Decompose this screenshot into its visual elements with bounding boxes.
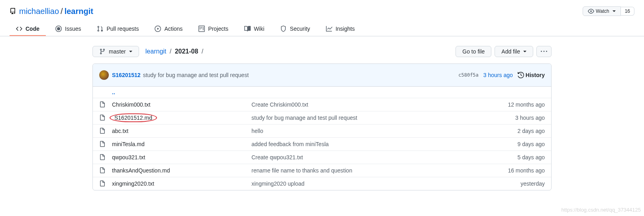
file-list-box: S16201512 study for bug manage and test … bbox=[92, 63, 552, 190]
file-row: xingming2020.txtxingming2020 uploadyeste… bbox=[93, 177, 551, 190]
tab-security-label: Security bbox=[290, 26, 310, 32]
caret-down-icon bbox=[523, 51, 526, 52]
parent-directory-row[interactable]: .. bbox=[93, 87, 551, 98]
file-icon bbox=[99, 115, 106, 121]
git-branch-icon bbox=[99, 48, 106, 55]
file-name-link[interactable]: abc.txt bbox=[112, 128, 128, 134]
watch-button[interactable]: Watch bbox=[583, 6, 621, 16]
file-row: abc.txthello2 days ago bbox=[93, 125, 551, 138]
file-age: yesterday bbox=[520, 180, 545, 187]
graph-icon bbox=[326, 26, 332, 32]
tab-issues[interactable]: Issues bbox=[49, 22, 87, 36]
repo-path-separator: / bbox=[61, 7, 63, 16]
tab-security[interactable]: Security bbox=[274, 22, 316, 36]
add-file-button[interactable]: Add file bbox=[495, 46, 533, 57]
breadcrumb-current: 2021-08 bbox=[175, 48, 198, 55]
tab-projects[interactable]: Projects bbox=[192, 22, 235, 36]
breadcrumb-sep: / bbox=[170, 48, 171, 55]
file-row: miniTesla.mdadded feedback from miniTesl… bbox=[93, 138, 551, 151]
file-icon bbox=[99, 101, 106, 108]
wiki-icon bbox=[244, 26, 251, 32]
file-name-link[interactable]: qwpou321.txt bbox=[112, 154, 145, 161]
file-icon bbox=[99, 128, 106, 134]
file-row: qwpou321.txtCreate qwpou321.txt5 days ag… bbox=[93, 151, 551, 164]
file-icon bbox=[99, 180, 106, 187]
breadcrumb-root[interactable]: learngit bbox=[145, 48, 166, 55]
shield-icon bbox=[280, 26, 287, 32]
file-name-link[interactable]: xingming2020.txt bbox=[112, 180, 154, 187]
file-row: thanksAndQuestion.mdrename file name to … bbox=[93, 164, 551, 177]
tab-actions[interactable]: Actions bbox=[148, 22, 189, 36]
commit-age[interactable]: 3 hours ago bbox=[483, 72, 513, 78]
last-commit-header: S16201512 study for bug manage and test … bbox=[93, 64, 551, 87]
repo-tabs: Code Issues Pull requests Actions Projec… bbox=[0, 22, 644, 36]
commit-sha-link[interactable]: c580f5a bbox=[458, 72, 479, 78]
file-age: 12 months ago bbox=[508, 101, 545, 108]
actions-icon bbox=[155, 26, 161, 32]
issue-icon bbox=[55, 26, 62, 32]
highlighted-filename: S16201512.md bbox=[112, 115, 155, 121]
file-commit-link[interactable]: Create Chriskim000.txt bbox=[251, 101, 308, 108]
tab-insights-label: Insights bbox=[336, 26, 355, 32]
repo-icon bbox=[10, 8, 16, 14]
updir-link[interactable]: .. bbox=[112, 89, 115, 95]
repo-owner-link[interactable]: michaelliao bbox=[19, 7, 59, 16]
tab-code[interactable]: Code bbox=[10, 22, 46, 36]
tab-actions-label: Actions bbox=[164, 26, 183, 32]
file-commit-link[interactable]: added feedback from miniTesla bbox=[251, 141, 329, 147]
file-age: 2 days ago bbox=[518, 128, 545, 134]
history-icon bbox=[518, 72, 524, 78]
breadcrumb-sep: / bbox=[202, 48, 203, 55]
file-age: 16 months ago bbox=[508, 167, 545, 174]
pr-icon bbox=[97, 26, 103, 32]
avatar[interactable] bbox=[99, 70, 109, 80]
code-icon bbox=[16, 26, 22, 32]
history-label: History bbox=[526, 72, 545, 78]
commit-message-link[interactable]: study for bug manage and test pull reque… bbox=[143, 72, 249, 78]
file-age: 5 days ago bbox=[518, 154, 545, 161]
file-commit-link[interactable]: hello bbox=[251, 128, 263, 134]
file-name-link[interactable]: S16201512.md bbox=[112, 115, 155, 121]
tab-pulls[interactable]: Pull requests bbox=[90, 22, 145, 36]
go-to-file-button[interactable]: Go to file bbox=[456, 46, 491, 57]
kebab-icon bbox=[541, 48, 547, 55]
file-commit-link[interactable]: study for bug manage and test pull reque… bbox=[251, 115, 357, 121]
file-name-link[interactable]: thanksAndQuestion.md bbox=[112, 167, 170, 174]
tab-wiki[interactable]: Wiki bbox=[238, 22, 271, 36]
file-icon bbox=[99, 154, 106, 161]
caret-down-icon bbox=[613, 10, 616, 12]
breadcrumb: learngit / 2021-08 / bbox=[145, 48, 205, 55]
file-age: 9 days ago bbox=[518, 141, 545, 147]
file-commit-link[interactable]: Create qwpou321.txt bbox=[251, 154, 303, 161]
history-link[interactable]: History bbox=[518, 72, 545, 78]
file-name-link[interactable]: Chriskim000.txt bbox=[112, 101, 150, 108]
file-commit-link[interactable]: xingming2020 upload bbox=[251, 180, 304, 187]
add-file-label: Add file bbox=[501, 48, 520, 55]
file-commit-link[interactable]: rename file name to thanks and question bbox=[251, 167, 352, 174]
file-name-link[interactable]: miniTesla.md bbox=[112, 141, 145, 147]
file-row: Chriskim000.txtCreate Chriskim000.txt12 … bbox=[93, 98, 551, 111]
tab-projects-label: Projects bbox=[208, 26, 228, 32]
branch-label: master bbox=[109, 48, 126, 55]
tab-wiki-label: Wiki bbox=[254, 26, 264, 32]
watch-label: Watch bbox=[596, 8, 609, 14]
file-row: S16201512.mdstudy for bug manage and tes… bbox=[93, 111, 551, 125]
watch-count[interactable]: 16 bbox=[621, 7, 634, 16]
tab-code-label: Code bbox=[26, 26, 39, 32]
tab-issues-label: Issues bbox=[65, 26, 81, 32]
caret-down-icon bbox=[129, 51, 132, 52]
tab-pulls-label: Pull requests bbox=[106, 26, 139, 32]
file-icon bbox=[99, 141, 106, 147]
repo-title: michaelliao / learngit bbox=[10, 7, 93, 16]
tab-insights[interactable]: Insights bbox=[320, 22, 361, 36]
commit-author-link[interactable]: S16201512 bbox=[112, 72, 141, 78]
file-icon bbox=[99, 167, 106, 174]
projects-icon bbox=[198, 26, 205, 32]
repo-name-link[interactable]: learngit bbox=[65, 7, 93, 16]
eye-icon bbox=[588, 8, 594, 14]
file-age: 3 hours ago bbox=[515, 115, 545, 121]
branch-select[interactable]: master bbox=[92, 46, 139, 57]
more-options-button[interactable] bbox=[536, 46, 552, 57]
